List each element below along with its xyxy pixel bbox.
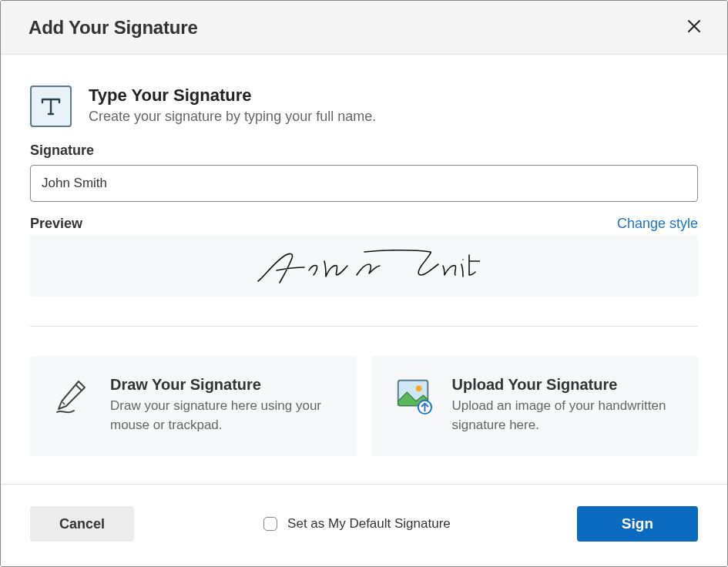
preview-row: Preview Change style <box>30 216 698 232</box>
svg-point-1 <box>415 386 421 392</box>
signature-preview-svg <box>249 243 480 289</box>
modal-footer: Cancel Set as My Default Signature Sign <box>1 484 727 566</box>
type-signature-section: Type Your Signature Create your signatur… <box>30 86 698 297</box>
modal-body: Type Your Signature Create your signatur… <box>1 55 727 484</box>
upload-signature-card[interactable]: Upload Your Signature Upload an image of… <box>372 356 699 456</box>
close-icon <box>687 19 701 35</box>
close-button[interactable] <box>683 15 706 40</box>
signature-input[interactable] <box>30 165 698 202</box>
image-upload-icon <box>394 376 434 416</box>
sign-button[interactable]: Sign <box>577 506 698 542</box>
signature-options-row: Draw Your Signature Draw your signature … <box>30 356 698 456</box>
type-section-subtitle: Create your signature by typing your ful… <box>89 109 376 125</box>
modal-header: Add Your Signature <box>1 1 727 55</box>
set-default-label: Set as My Default Signature <box>287 516 451 532</box>
upload-option-subtitle: Upload an image of your handwritten sign… <box>452 397 677 434</box>
type-section-header: Type Your Signature Create your signatur… <box>30 86 698 127</box>
type-section-title: Type Your Signature <box>89 86 376 106</box>
section-divider <box>30 326 698 327</box>
draw-option-title: Draw Your Signature <box>110 376 335 394</box>
signature-preview <box>30 235 698 297</box>
modal-title: Add Your Signature <box>29 17 198 39</box>
add-signature-modal: Add Your Signature Type Your Signature C… <box>0 0 728 567</box>
upload-option-title: Upload Your Signature <box>452 376 677 394</box>
preview-label: Preview <box>30 216 82 232</box>
cancel-button[interactable]: Cancel <box>30 506 134 542</box>
type-icon <box>30 86 72 127</box>
set-default-wrapper[interactable]: Set as My Default Signature <box>260 515 451 533</box>
change-style-link[interactable]: Change style <box>617 216 698 232</box>
set-default-checkbox[interactable] <box>263 517 277 531</box>
pencil-icon <box>52 376 92 416</box>
draw-signature-card[interactable]: Draw Your Signature Draw your signature … <box>30 356 357 456</box>
draw-option-subtitle: Draw your signature here using your mous… <box>110 397 335 434</box>
signature-input-label: Signature <box>30 143 698 159</box>
